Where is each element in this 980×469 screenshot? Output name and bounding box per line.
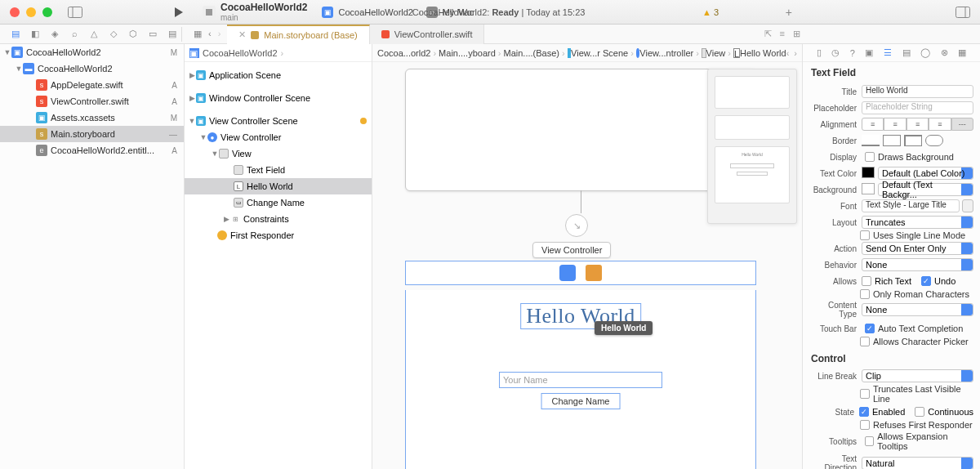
outline-breadcrumb[interactable]: ▣ CocoaHelloWorld2 › [185,44,372,62]
minimap-window[interactable] [715,115,790,140]
draws-background-checkbox[interactable] [865,152,875,162]
effects-inspector-icon[interactable]: ▦ [958,47,966,58]
folder-row[interactable]: ▼ ▬ CocoaHelloWorld2 [0,60,184,77]
action-menu[interactable]: Send On Enter Only [862,242,973,255]
view-canvas[interactable]: Hello World Hello World Your Name Change… [405,290,756,469]
tab-viewcontroller[interactable]: ViewController.swift [370,25,485,44]
view-controller-object-icon[interactable] [559,265,576,281]
disclosure-icon[interactable]: ▼ [3,48,11,56]
outline-view[interactable]: ▼ View [185,145,372,162]
layout-menu[interactable]: Truncates [862,216,973,229]
identity-inspector-icon[interactable]: ▣ [865,47,873,58]
file-row[interactable]: s ViewController.swift A [0,93,184,109]
border-rounded-button[interactable] [925,135,943,146]
roman-checkbox[interactable] [860,289,870,299]
character-picker-checkbox[interactable] [860,337,870,346]
connections-inspector-icon[interactable]: ◯ [920,47,930,58]
tab-storyboard[interactable]: ✕ Main.storyboard (Base) [227,25,369,44]
attributes-inspector-icon[interactable]: ☰ [884,47,892,58]
view-controller-scene[interactable]: Hello World Hello World Your Name Change… [405,261,756,469]
forward-button[interactable]: › [218,29,221,39]
border-bezel-button[interactable] [904,135,922,146]
size-inspector-icon[interactable]: ▤ [902,47,911,58]
file-inspector-icon[interactable]: ▯ [817,47,822,58]
stop-button[interactable] [203,6,216,19]
continuous-checkbox[interactable] [915,407,924,417]
auto-text-completion-checkbox[interactable]: ✓ [865,324,875,333]
align-natural-button[interactable]: --- [951,118,973,131]
align-justify-button[interactable]: ≡ [929,118,951,131]
outline-view-controller[interactable]: ▼ ● View Controller [185,129,372,145]
undo-checkbox[interactable]: ✓ [921,276,931,286]
disclosure-icon[interactable]: ▼ [199,133,207,141]
text-color-well[interactable] [862,167,875,178]
rich-text-checkbox[interactable] [862,276,871,286]
content-type-menu[interactable]: None [862,303,973,316]
outline-window-scene[interactable]: ▶ ▣ Window Controller Scene [185,90,372,106]
change-name-button[interactable]: Change Name [541,393,621,409]
minimap-window[interactable] [715,76,790,109]
minimap[interactable]: Hello World [707,69,797,224]
warnings-badge[interactable]: ▲ 3 [702,7,719,17]
text-color-menu[interactable]: Default (Label Color) [878,167,973,180]
prev-button[interactable]: ‹ [786,48,790,58]
outline-change-name[interactable]: ▶ ▭ Change Name [185,194,372,211]
breakpoint-nav-icon[interactable]: ▭ [147,29,158,39]
disclosure-icon[interactable]: ▼ [211,150,219,158]
outline-vc-scene[interactable]: ▼ ▣ View Controller Scene [185,113,372,129]
outline-app-scene[interactable]: ▶ ▣ Application Scene [185,67,372,83]
adjust-editor-icon[interactable]: ⇱ [764,29,772,39]
disclosure-icon[interactable]: ▼ [15,65,23,73]
interface-builder-canvas[interactable]: Cocoa...orld2› Main....yboard› Main....(… [372,44,802,469]
font-input[interactable]: Text Style - Large Title [862,199,960,212]
font-picker-button[interactable] [962,199,973,212]
expansion-tooltips-checkbox[interactable] [865,436,874,446]
segue-connector-icon[interactable]: ↘ [565,214,588,237]
text-direction-menu[interactable]: Natural [862,457,973,469]
file-row[interactable]: e CocoaHelloWorld2.entitl... A [0,142,184,159]
editor-options-icon[interactable]: ≡ [780,29,785,39]
disclosure-icon[interactable]: ▶ [188,71,196,79]
title-input[interactable]: Hello World [862,85,973,98]
window-controller-preview[interactable] [405,69,756,191]
close-window-button[interactable] [10,7,20,17]
source-control-nav-icon[interactable]: ◧ [29,29,41,39]
disclosure-icon[interactable]: ▼ [188,117,196,125]
debug-nav-icon[interactable]: ⬡ [127,29,139,39]
first-responder-object-icon[interactable] [586,265,602,281]
background-menu[interactable]: Default (Text Backgr... [878,183,973,196]
run-button[interactable] [173,7,185,18]
minimap-viewcontroller[interactable]: Hello World [715,146,790,203]
report-nav-icon[interactable]: ▤ [167,29,178,39]
align-right-button[interactable]: ≡ [906,118,929,131]
truncate-last-line-checkbox[interactable] [860,389,870,399]
history-inspector-icon[interactable]: ◷ [831,47,840,58]
jump-bar[interactable]: Cocoa...orld2› Main....yboard› Main....(… [372,44,802,62]
project-row[interactable]: ▼ ▣ CocoaHelloWorld2 M [0,44,184,60]
behavior-menu[interactable]: None [862,258,973,271]
toggle-right-panel-button[interactable] [956,7,970,18]
disclosure-icon[interactable]: ▶ [222,215,230,223]
file-row[interactable]: s AppDelegate.swift A [0,77,184,93]
grid-view-icon[interactable]: ▦ [194,29,202,39]
toggle-left-panel-button[interactable] [67,5,83,20]
bindings-inspector-icon[interactable]: ⊗ [941,47,948,58]
outline-text-field[interactable]: ▶ Text Field [185,162,372,178]
minimize-window-button[interactable] [26,7,36,17]
add-editor-icon[interactable]: ⊞ [793,29,800,39]
find-nav-icon[interactable]: ⌕ [69,29,80,39]
border-none-button[interactable] [862,135,880,146]
single-line-checkbox[interactable] [860,230,870,240]
outline-first-responder[interactable]: ▶ First Responder [185,227,372,243]
refuses-first-responder-checkbox[interactable] [860,420,870,430]
disclosure-icon[interactable]: ▶ [188,94,196,102]
scene-dock[interactable] [405,261,756,285]
name-text-field[interactable]: Your Name [499,372,662,388]
project-nav-icon[interactable]: ▤ [10,29,21,39]
test-nav-icon[interactable]: ◇ [108,29,119,39]
align-center-button[interactable]: ≡ [884,118,906,131]
background-color-well[interactable] [862,183,875,194]
outline-constraints[interactable]: ▶ ⊞ Constraints [185,211,372,227]
placeholder-input[interactable]: Placeholder String [862,101,973,114]
back-button[interactable]: ‹ [208,29,212,39]
